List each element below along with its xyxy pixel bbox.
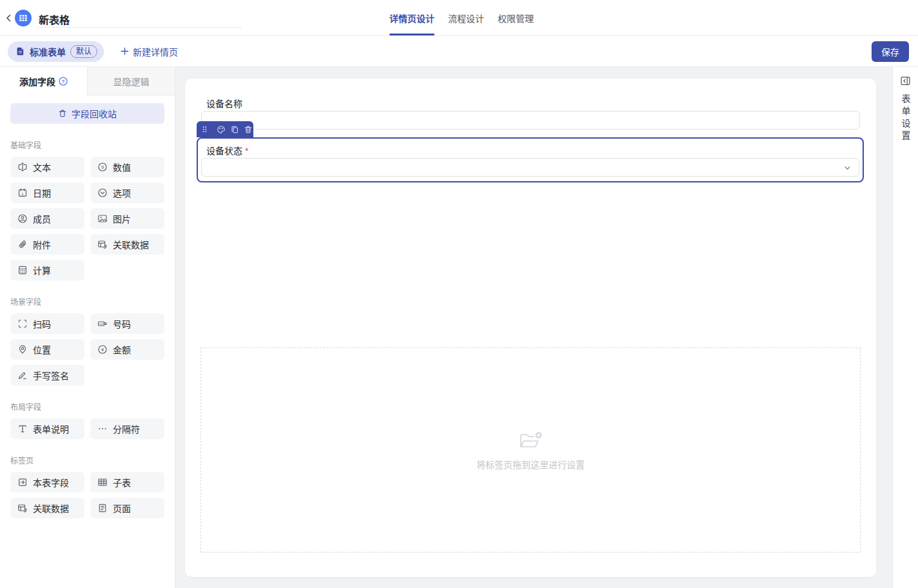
section-tab-pages: 标签页 [10, 455, 164, 466]
chevron-down-icon [843, 164, 852, 172]
trash-icon [58, 109, 67, 118]
selected-field-toolbar [197, 121, 253, 137]
plus-icon [121, 47, 129, 55]
field-item-form-description[interactable]: 表单说明 [10, 418, 84, 439]
form-toolbar: 标准表单 默认 新建详情页 保存 [0, 36, 918, 67]
location-icon [17, 344, 28, 355]
section-scene-fields: 场景字段 [10, 296, 164, 307]
scan-icon [17, 318, 28, 329]
collapse-panel-icon[interactable] [900, 75, 911, 86]
palette-icon[interactable] [217, 125, 226, 134]
field-item-text[interactable]: 文本 [10, 157, 84, 177]
section-layout-fields: 布局字段 [10, 401, 164, 412]
scene-fields-grid: 扫码 123 号码 位置 ¥ 金额 手写签名 [10, 313, 164, 386]
tab-add-field[interactable]: 添加字段 ? [0, 67, 87, 95]
back-icon[interactable] [4, 13, 15, 24]
field-item-signature[interactable]: 手写签名 [10, 365, 84, 386]
app-grid-icon [15, 10, 32, 26]
layout-fields-grid: 表单说明 分隔符 [10, 418, 164, 439]
tab-visibility-logic[interactable]: 显隐逻辑 [87, 67, 175, 95]
copy-icon[interactable] [230, 125, 239, 134]
relation-icon [97, 239, 108, 250]
image-icon [97, 213, 108, 224]
option-icon [97, 188, 108, 198]
text-icon [17, 162, 28, 172]
field-item-scan[interactable]: 扫码 [10, 313, 84, 334]
relation-icon [17, 503, 28, 513]
tab-workflow-design[interactable]: 流程设计 [448, 0, 484, 36]
default-badge: 默认 [70, 45, 97, 58]
text-t-icon [17, 424, 28, 434]
field-item-relation[interactable]: 关联数据 [90, 234, 164, 255]
section-basic-fields: 基础字段 [10, 139, 164, 150]
sidebar-tabs: 添加字段 ? 显隐逻辑 [0, 67, 175, 95]
standard-form-pill[interactable]: 标准表单 默认 [8, 41, 104, 62]
field-item-number[interactable]: 9 数值 [90, 157, 164, 177]
folder-plus-icon [518, 429, 543, 451]
field-device-name-label: 设备名称 [206, 97, 242, 110]
field-device-name-input[interactable] [201, 111, 860, 130]
calendar-icon: 1 [17, 188, 28, 198]
svg-text:1: 1 [21, 192, 24, 196]
sheet-field-icon [17, 477, 28, 487]
ellipsis-icon [97, 424, 108, 434]
svg-text:9: 9 [101, 164, 104, 170]
main-tabs: 详情页设计 流程设计 权限管理 [389, 0, 534, 36]
document-icon [15, 46, 25, 56]
amount-icon: ¥ [97, 344, 108, 355]
drag-handle-icon[interactable] [202, 125, 208, 133]
field-device-status-label: 设备状态* [206, 144, 248, 157]
svg-text:123: 123 [99, 323, 103, 326]
svg-text:?: ? [62, 79, 65, 84]
tab-dropzone[interactable]: 将标签页拖到这里进行设置 [200, 348, 861, 553]
sidebar-content: 字段回收站 基础字段 文本 9 数值 1 日期 选项 成员 [0, 95, 175, 518]
field-recycle-bin-button[interactable]: 字段回收站 [10, 103, 164, 124]
field-item-subtable[interactable]: 子表 [90, 472, 164, 493]
basic-fields-grid: 文本 9 数值 1 日期 选项 成员 图片 [10, 157, 164, 280]
subtable-icon [97, 477, 108, 487]
field-item-location[interactable]: 位置 [10, 339, 84, 360]
field-item-calculation[interactable]: 计算 [10, 260, 84, 280]
tab-permission[interactable]: 权限管理 [498, 0, 534, 36]
tab-dropzone-hint: 将标签页拖到这里进行设置 [476, 458, 585, 471]
form-settings-title[interactable]: 表单设置 [899, 94, 912, 143]
field-device-status[interactable]: 设备状态* [197, 137, 864, 182]
save-button[interactable]: 保存 [872, 41, 909, 62]
form-pill-label: 标准表单 [30, 45, 66, 58]
question-circle-icon[interactable]: ? [59, 77, 68, 86]
field-item-sheet-fields[interactable]: 本表字段 [10, 472, 84, 493]
new-detail-page-button[interactable]: 新建详情页 [121, 45, 178, 58]
attachment-icon [17, 239, 28, 250]
member-icon [17, 213, 28, 224]
number-icon: 9 [97, 162, 108, 172]
tab-fields-grid: 本表字段 子表 关联数据 页面 [10, 472, 164, 518]
field-library-sidebar: 添加字段 ? 显隐逻辑 字段回收站 基础字段 文本 9 数值 1 日期 [0, 67, 175, 588]
field-item-phone-number[interactable]: 123 号码 [90, 313, 164, 334]
field-item-page[interactable]: 页面 [90, 498, 164, 518]
field-item-amount[interactable]: ¥ 金额 [90, 339, 164, 360]
signature-icon [17, 370, 28, 380]
form-card: 设备名称 设备状态* [185, 79, 876, 577]
title-edit-underline [37, 27, 241, 28]
form-canvas: 设备名称 设备状态* [175, 67, 892, 588]
form-settings-strip: 表单设置 [892, 67, 918, 588]
field-device-status-select[interactable] [201, 158, 859, 177]
field-item-image[interactable]: 图片 [90, 208, 164, 229]
svg-text:¥: ¥ [101, 347, 104, 353]
calculator-icon [17, 265, 28, 275]
field-item-option[interactable]: 选项 [90, 182, 164, 203]
field-item-date[interactable]: 1 日期 [10, 182, 84, 203]
delete-icon[interactable] [244, 125, 253, 134]
page-icon [97, 503, 108, 513]
app-header: 新表格 详情页设计 流程设计 权限管理 [0, 0, 918, 36]
tab-detail-page-design[interactable]: 详情页设计 [389, 0, 435, 36]
field-item-member[interactable]: 成员 [10, 208, 84, 229]
field-item-attachment[interactable]: 附件 [10, 234, 84, 255]
required-asterisk: * [245, 146, 248, 156]
field-item-divider[interactable]: 分隔符 [90, 418, 164, 439]
page-title[interactable]: 新表格 [39, 12, 70, 27]
field-item-relation-tab[interactable]: 关联数据 [10, 498, 84, 518]
phone-number-icon: 123 [97, 318, 108, 329]
